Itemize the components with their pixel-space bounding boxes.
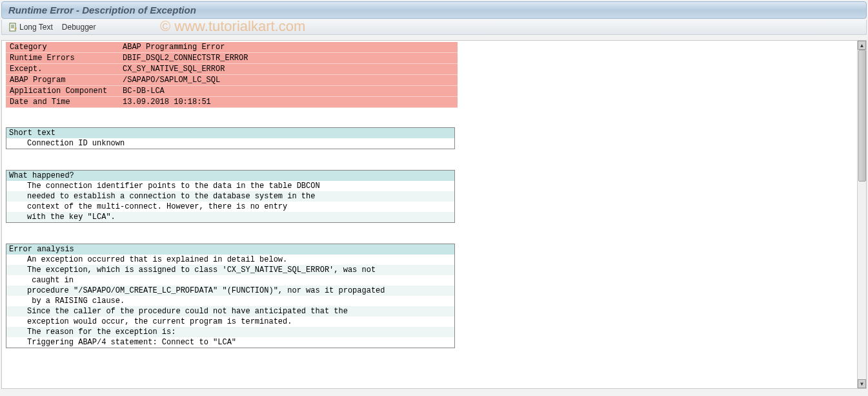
info-label: Category — [6, 42, 119, 53]
long-text-label: Long Text — [19, 23, 53, 32]
section-header: What happened? — [6, 171, 454, 181]
section-line: by a RAISING clause. — [6, 296, 454, 306]
scroll-down-button[interactable]: ▼ — [858, 379, 866, 388]
vertical-scrollbar[interactable]: ▲ ▼ — [857, 41, 866, 388]
table-row: Runtime ErrorsDBIF_DSQL2_CONNECTSTR_ERRO… — [6, 53, 458, 64]
section-body: The connection identifier points to the … — [6, 181, 454, 222]
content-area: CategoryABAP Programming Error Runtime E… — [1, 40, 867, 389]
info-label: Except. — [6, 64, 119, 75]
section-line: with the key "LCA". — [6, 212, 454, 222]
table-row: Date and Time13.09.2018 10:18:51 — [6, 97, 458, 108]
section-line: exception would occur, the current progr… — [6, 317, 454, 327]
section-line: context of the multi-connect. However, t… — [6, 202, 454, 212]
info-value: /SAPAPO/SAPLOM_LC_SQL — [119, 75, 458, 86]
scroll-thumb[interactable] — [858, 50, 866, 182]
info-label: ABAP Program — [6, 75, 119, 86]
info-value: ABAP Programming Error — [119, 42, 458, 53]
section-line: The reason for the exception is: — [6, 327, 454, 337]
debugger-button[interactable]: Debugger — [62, 23, 96, 32]
table-row: Application ComponentBC-DB-LCA — [6, 86, 458, 97]
short-text-section: Short text Connection ID unknown — [6, 127, 455, 149]
section-line: Triggering ABAP/4 statement: Connect to … — [6, 337, 454, 348]
info-label: Date and Time — [6, 97, 119, 108]
info-value: CX_SY_NATIVE_SQL_ERROR — [119, 64, 458, 75]
page-title: Runtime Error - Description of Exception — [8, 5, 196, 16]
section-line: needed to establish a connection to the … — [6, 191, 454, 202]
section-line: procedure "/SAPAPO/OM_CREATE_LC_PROFDATA… — [6, 286, 454, 296]
section-line: caught in — [6, 275, 454, 286]
section-line: Connection ID unknown — [6, 138, 454, 149]
debugger-label: Debugger — [62, 23, 96, 32]
info-label: Application Component — [6, 86, 119, 97]
section-line: Since the caller of the procedure could … — [6, 306, 454, 317]
info-value: BC-DB-LCA — [119, 86, 458, 97]
svg-rect-0 — [10, 23, 15, 31]
section-line: The connection identifier points to the … — [6, 181, 454, 191]
document-icon — [8, 23, 17, 32]
section-body: An exception occurred that is explained … — [6, 255, 454, 348]
scroll-up-button[interactable]: ▲ — [858, 41, 866, 50]
long-text-button[interactable]: Long Text — [8, 23, 53, 32]
toolbar: Long Text Debugger — [1, 20, 867, 35]
section-line: The exception, which is assigned to clas… — [6, 265, 454, 275]
section-body: Connection ID unknown — [6, 138, 454, 149]
info-value: DBIF_DSQL2_CONNECTSTR_ERROR — [119, 53, 458, 64]
section-header: Short text — [6, 128, 454, 138]
info-table: CategoryABAP Programming Error Runtime E… — [6, 42, 458, 108]
scroll-track[interactable] — [858, 50, 866, 379]
titlebar: Runtime Error - Description of Exception — [1, 1, 867, 19]
info-value: 13.09.2018 10:18:51 — [119, 97, 458, 108]
table-row: ABAP Program/SAPAPO/SAPLOM_LC_SQL — [6, 75, 458, 86]
content-inner: CategoryABAP Programming Error Runtime E… — [2, 41, 857, 388]
error-analysis-section: Error analysis An exception occurred tha… — [6, 244, 455, 348]
info-label: Runtime Errors — [6, 53, 119, 64]
what-happened-section: What happened? The connection identifier… — [6, 170, 455, 223]
table-row: Except.CX_SY_NATIVE_SQL_ERROR — [6, 64, 458, 75]
table-row: CategoryABAP Programming Error — [6, 42, 458, 53]
section-line: An exception occurred that is explained … — [6, 255, 454, 265]
section-header: Error analysis — [6, 244, 454, 255]
